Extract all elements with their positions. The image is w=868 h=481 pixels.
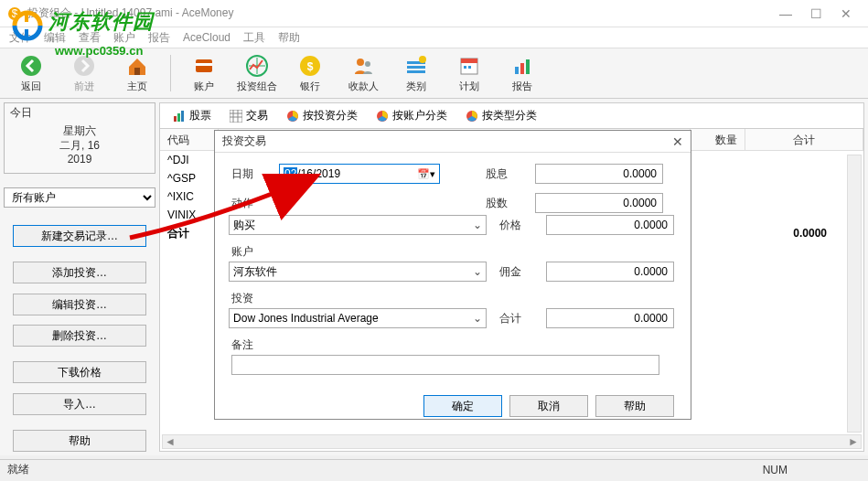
label-commission: 佣金 xyxy=(499,264,537,280)
toolbar-bank[interactable]: $银行 xyxy=(286,50,334,96)
toolbar-accounts[interactable]: 账户 xyxy=(180,50,228,96)
toolbar-category[interactable]: 类别 xyxy=(392,50,440,96)
titlebar: $ 投资组合 - Untitled 14097.ami - AceMoney —… xyxy=(0,0,868,27)
toolbar-back[interactable]: 返回 xyxy=(7,50,55,96)
svg-rect-23 xyxy=(520,63,524,74)
ok-button[interactable]: 确定 xyxy=(423,395,502,417)
action-select[interactable]: 购买⌄ xyxy=(229,215,487,235)
investment-select[interactable]: Dow Jones Industrial Average⌄ xyxy=(229,308,487,328)
svg-point-17 xyxy=(419,56,426,63)
svg-rect-19 xyxy=(461,59,477,63)
today-year: 2019 xyxy=(10,153,149,167)
menu-file[interactable]: 文件 xyxy=(9,30,31,46)
tab-by-account[interactable]: 按账户分类 xyxy=(369,105,455,126)
svg-rect-16 xyxy=(407,70,425,73)
svg-rect-21 xyxy=(468,66,471,69)
account-selector[interactable]: 所有账户 xyxy=(4,187,155,208)
menubar: 文件 编辑 查看 账户 报告 AceCloud 工具 帮助 xyxy=(0,27,868,48)
toolbar-report[interactable]: 报告 xyxy=(498,50,546,96)
svg-rect-8 xyxy=(196,63,212,66)
col-code[interactable]: 代码 xyxy=(160,129,219,150)
commission-input[interactable] xyxy=(546,262,674,282)
shares-input[interactable] xyxy=(535,193,663,213)
svg-point-12 xyxy=(357,59,364,66)
today-panel: 今日 星期六 二月, 16 2019 xyxy=(4,102,155,174)
svg-rect-22 xyxy=(515,67,519,74)
menu-view[interactable]: 查看 xyxy=(79,30,101,46)
help-button[interactable]: 帮助 xyxy=(595,395,674,417)
label-note: 备注 xyxy=(231,337,270,353)
maximize-button[interactable]: ☐ xyxy=(810,6,822,21)
svg-rect-15 xyxy=(407,66,425,69)
window-title: 投资组合 - Untitled 14097.ami - AceMoney xyxy=(27,5,779,21)
dividend-input[interactable] xyxy=(535,164,663,184)
label-account: 账户 xyxy=(231,244,270,260)
tab-by-investment[interactable]: 按投资分类 xyxy=(279,105,365,126)
side-import[interactable]: 导入… xyxy=(13,393,146,415)
side-help[interactable]: 帮助 xyxy=(13,430,146,452)
total-input[interactable] xyxy=(546,308,674,328)
svg-rect-20 xyxy=(464,66,466,69)
note-input[interactable] xyxy=(231,355,659,375)
toolbar: 返回 前进 主页 账户 投资组合 $银行 收款人 类别 计划 报告 xyxy=(0,48,868,99)
label-dividend: 股息 xyxy=(486,166,526,182)
menu-tools[interactable]: 工具 xyxy=(243,30,265,46)
svg-point-13 xyxy=(365,61,370,67)
col-total[interactable]: 合计 xyxy=(745,129,863,150)
dialog-close-button[interactable]: ✕ xyxy=(672,134,683,149)
svg-rect-25 xyxy=(174,116,177,122)
side-edit-investment[interactable]: 编辑投资… xyxy=(13,294,146,315)
side-new-transaction[interactable]: 新建交易记录… xyxy=(13,225,146,247)
label-investment: 投资 xyxy=(231,291,270,306)
statusbar: 就绪 NUM xyxy=(0,459,868,479)
status-left: 就绪 xyxy=(7,462,763,477)
svg-rect-27 xyxy=(181,111,184,122)
investment-transaction-dialog: 投资交易 ✕ 日期 02/16/2019 📅▾ 股息 动作 股数 购买⌄ 价格 xyxy=(214,130,691,420)
side-add-investment[interactable]: 添加投资… xyxy=(13,262,146,283)
side-delete-investment[interactable]: 删除投资… xyxy=(13,325,146,347)
toolbar-payee[interactable]: 收款人 xyxy=(339,50,387,96)
tab-strip: 股票 交易 按投资分类 按账户分类 按类型分类 xyxy=(160,103,863,129)
tab-transactions[interactable]: 交易 xyxy=(222,105,275,126)
svg-text:$: $ xyxy=(12,7,18,20)
toolbar-plan[interactable]: 计划 xyxy=(445,50,493,96)
menu-acecloud[interactable]: AceCloud xyxy=(183,31,230,44)
svg-rect-6 xyxy=(134,68,140,75)
label-total: 合计 xyxy=(499,311,537,326)
label-shares: 股数 xyxy=(486,196,526,211)
side-download-price[interactable]: 下载价格 xyxy=(13,361,146,383)
toolbar-forward: 前进 xyxy=(60,50,108,96)
toolbar-portfolio[interactable]: 投资组合 xyxy=(233,50,281,96)
today-date: 二月, 16 xyxy=(10,139,149,154)
label-action: 动作 xyxy=(231,196,270,211)
close-button[interactable]: ✕ xyxy=(841,6,852,21)
col-qty[interactable]: 数量 xyxy=(691,129,745,150)
account-select[interactable]: 河东软件⌄ xyxy=(229,262,487,282)
label-date: 日期 xyxy=(231,166,270,182)
svg-rect-26 xyxy=(177,113,180,122)
tab-stocks[interactable]: 股票 xyxy=(166,105,219,126)
status-num: NUM xyxy=(763,464,788,476)
today-weekday: 星期六 xyxy=(10,124,149,139)
tab-by-type[interactable]: 按类型分类 xyxy=(458,105,544,126)
price-input[interactable] xyxy=(546,215,674,235)
svg-point-5 xyxy=(74,56,94,76)
scrollbar-horizontal[interactable]: ◄► xyxy=(162,434,862,449)
dialog-title: 投资交易 xyxy=(222,134,672,149)
menu-report[interactable]: 报告 xyxy=(148,30,170,46)
menu-edit[interactable]: 编辑 xyxy=(44,30,66,46)
svg-rect-28 xyxy=(230,110,242,123)
menu-account[interactable]: 账户 xyxy=(113,30,135,46)
toolbar-home[interactable]: 主页 xyxy=(113,50,161,96)
label-price: 价格 xyxy=(499,218,537,233)
svg-point-4 xyxy=(21,56,41,76)
date-input[interactable]: 02/16/2019 📅▾ xyxy=(279,164,440,184)
svg-rect-24 xyxy=(526,59,530,74)
menu-help[interactable]: 帮助 xyxy=(278,30,300,46)
scrollbar-vertical[interactable] xyxy=(847,155,862,433)
calendar-icon[interactable]: 📅▾ xyxy=(417,168,435,180)
sidebar: 今日 星期六 二月, 16 2019 所有账户 新建交易记录… 添加投资… 编辑… xyxy=(0,99,159,455)
minimize-button[interactable]: — xyxy=(779,6,792,21)
cancel-button[interactable]: 取消 xyxy=(509,395,588,417)
app-icon: $ xyxy=(7,6,22,21)
